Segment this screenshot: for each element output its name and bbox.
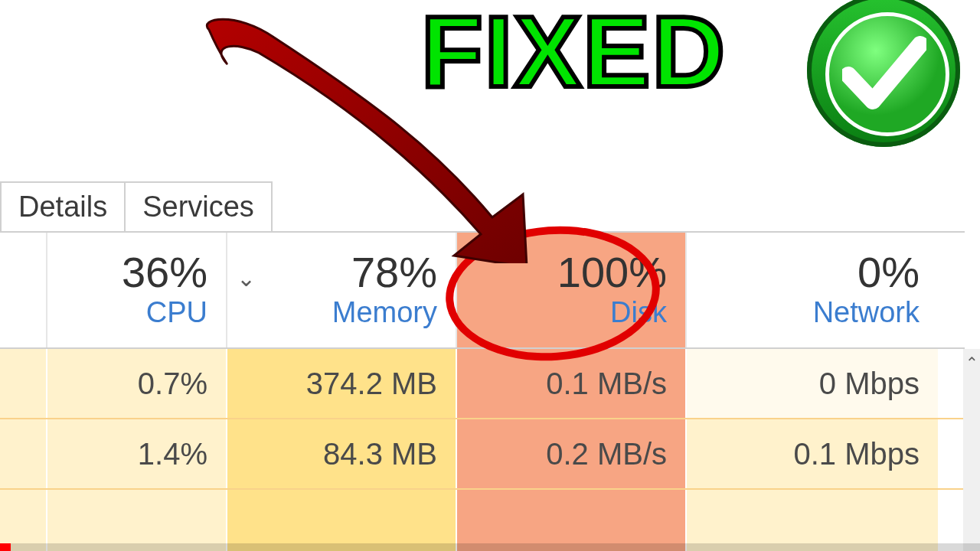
scrollbar-up[interactable]: ⌃ [963, 349, 980, 418]
memory-label: Memory [332, 297, 437, 329]
cell-spacer [0, 419, 46, 488]
cell-memory [226, 490, 456, 551]
cell-disk [456, 490, 685, 551]
chevron-up-icon: ⌃ [965, 354, 978, 372]
cell-cpu: 0.7% [46, 349, 226, 418]
scrollbar-track[interactable] [963, 418, 980, 551]
checkmark-badge-icon [807, 0, 960, 147]
video-progress-fill [0, 543, 11, 551]
cell-cpu [46, 490, 226, 551]
tab-strip: Details Services [0, 181, 271, 231]
memory-percent: 78% [351, 251, 437, 294]
col-header-cpu[interactable]: 36% CPU [46, 233, 226, 347]
cell-network: 0.1 Mbps [685, 419, 938, 488]
table-row[interactable] [0, 490, 963, 551]
annotation-fixed-text: FIXED [421, 0, 727, 109]
cell-spacer [0, 349, 46, 418]
cell-disk: 0.1 MB/s [456, 349, 685, 418]
cell-memory: 374.2 MB [226, 349, 456, 418]
process-rows: 0.7% 374.2 MB 0.1 MB/s 0 Mbps 1.4% 84.3 … [0, 349, 963, 551]
cpu-label: CPU [146, 297, 207, 329]
cell-cpu: 1.4% [46, 419, 226, 488]
col-spacer [0, 233, 46, 347]
cell-memory: 84.3 MB [226, 419, 456, 488]
cpu-percent: 36% [122, 251, 207, 294]
table-row[interactable]: 0.7% 374.2 MB 0.1 MB/s 0 Mbps [0, 349, 963, 419]
video-progress-track[interactable] [0, 543, 980, 551]
cell-disk: 0.2 MB/s [456, 419, 685, 488]
network-percent: 0% [858, 251, 920, 294]
cell-network [685, 490, 938, 551]
chevron-down-icon: ⌄ [237, 265, 256, 292]
cell-spacer [0, 490, 46, 551]
table-row[interactable]: 1.4% 84.3 MB 0.2 MB/s 0.1 Mbps [0, 419, 963, 490]
tab-services[interactable]: Services [124, 181, 273, 231]
tab-details[interactable]: Details [0, 181, 126, 231]
cell-network: 0 Mbps [685, 349, 938, 418]
col-header-network[interactable]: 0% Network [685, 233, 938, 347]
network-label: Network [813, 297, 920, 329]
col-header-memory[interactable]: ⌄ 78% Memory [226, 233, 456, 347]
